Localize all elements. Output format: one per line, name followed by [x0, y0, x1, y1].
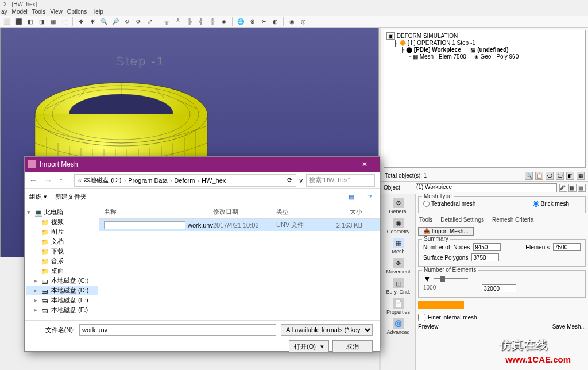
open-button[interactable]: 打开(O)▾ — [289, 340, 329, 353]
rotate-icon[interactable]: ↻ — [122, 17, 131, 26]
tab-detailed[interactable]: Detailed Settings — [439, 217, 485, 223]
tool-icon[interactable]: ◧ — [566, 172, 574, 180]
tree-node[interactable]: 📁文档 — [26, 237, 98, 246]
col-type[interactable]: 类型 — [276, 207, 322, 216]
nav-bdry[interactable]: ◫Bdry. Cnd. — [382, 277, 415, 296]
col-name[interactable]: 名称 — [104, 207, 213, 216]
tree-node[interactable]: 📁音乐 — [26, 256, 98, 266]
tree-node[interactable]: 📁图片 — [26, 227, 98, 237]
finer-mesh-checkbox[interactable] — [418, 314, 425, 321]
slider-min: 1000 — [423, 284, 436, 292]
globe-icon[interactable]: 🌐 — [236, 17, 245, 26]
tb-icon[interactable]: ◧ — [25, 17, 34, 26]
move-icon[interactable]: ✥ — [76, 17, 86, 26]
tool-icon[interactable]: ◐ — [270, 17, 280, 26]
view-icon[interactable]: ╬ — [208, 17, 217, 26]
tree-operation: ├ 🔶 [ I ] OPERATION 1 Step -1 — [386, 40, 583, 46]
select-icon[interactable]: ✱ — [88, 17, 97, 26]
forward-button[interactable]: → — [44, 176, 56, 185]
tree-node[interactable]: ▾💻此电脑 — [26, 207, 98, 217]
menu-view[interactable]: View — [50, 9, 63, 15]
tree-node[interactable]: ▸🖴本地磁盘 (E:) — [26, 295, 98, 305]
search-icon[interactable]: 🔍 — [525, 172, 533, 180]
refresh-icon[interactable]: ⟳ — [134, 17, 143, 26]
nav-geometry[interactable]: ◉Geometry — [382, 217, 415, 236]
tb-icon[interactable]: ⬜ — [2, 17, 11, 26]
new-folder-button[interactable]: 新建文件夹 — [55, 192, 87, 201]
organize-menu[interactable]: 组织 ▾ — [29, 192, 47, 201]
zoom-out-icon[interactable]: 🔎 — [111, 17, 120, 26]
tree-node[interactable]: 📁下载 — [26, 246, 98, 256]
search-input[interactable]: 搜索"HW_hex" — [306, 174, 375, 187]
menu-tools[interactable]: Tools — [32, 9, 45, 15]
save-mesh-button[interactable]: Save Mesh... — [552, 323, 586, 330]
tree-node[interactable]: ▸🖴本地磁盘 (D:) — [26, 286, 98, 295]
settings-icon[interactable]: ⚙ — [247, 17, 257, 26]
radio-brick[interactable]: Brick mesh — [533, 201, 569, 207]
tab-remesh[interactable]: Remesh Criteria — [491, 217, 535, 223]
dialog-path-bar: ← → ↑ « 本地磁盘 (D:)› Program Data› Deform›… — [25, 172, 380, 189]
tool-icon[interactable]: ◎ — [299, 17, 308, 26]
elements-input[interactable] — [482, 284, 516, 292]
zoom-in-icon[interactable]: 🔍 — [99, 17, 109, 26]
view-icon[interactable]: ╦ — [162, 17, 171, 26]
cancel-button[interactable]: 取消 — [332, 340, 373, 353]
tool-icon[interactable]: 🖵 — [556, 172, 564, 180]
format-select[interactable]: All available formats (*.key *. — [281, 324, 373, 336]
view-icon[interactable]: ╩ — [173, 17, 183, 26]
nav-movement[interactable]: ✥Movement — [382, 257, 415, 276]
nav-properties[interactable]: 📄Properties — [382, 297, 415, 316]
view-icon[interactable]: ╣ — [196, 17, 206, 26]
help-icon[interactable]: ? — [365, 192, 375, 202]
import-mesh-button[interactable]: 📥 Import Mesh... — [418, 227, 474, 236]
tool-icon[interactable]: 📋 — [535, 172, 543, 180]
preview-label[interactable]: Preview — [418, 323, 439, 330]
radio-tetrahedral[interactable]: Tetrahedral mesh — [423, 201, 475, 207]
tool-icon[interactable]: ▦ — [568, 184, 577, 192]
back-button[interactable]: ← — [29, 176, 41, 185]
view-icon[interactable]: ╠ — [185, 17, 194, 26]
tree-node[interactable]: 📁视频 — [26, 217, 98, 227]
refresh-icon[interactable]: v — [300, 177, 303, 184]
breadcrumb[interactable]: « 本地磁盘 (D:)› Program Data› Deform› HW_he… — [74, 174, 296, 187]
close-button[interactable]: ✕ — [353, 157, 376, 172]
menu-options[interactable]: Options — [67, 9, 87, 15]
nav-mesh[interactable]: ▦Mesh — [382, 237, 415, 256]
tb-icon[interactable]: ⬚ — [60, 17, 69, 26]
file-list[interactable]: 名称 修改日期 类型 大小 work.unv2017/4/21 10:02UNV… — [99, 205, 380, 320]
total-objects: Total object(s): 1 — [385, 172, 427, 179]
tool-icon[interactable]: ◉ — [287, 17, 296, 26]
menu-help[interactable]: Help — [91, 9, 103, 15]
dialog-titlebar[interactable]: Import Mesh ✕ — [25, 157, 380, 172]
orange-indicator — [418, 301, 464, 309]
fit-icon[interactable]: ⤢ — [145, 17, 154, 26]
tree-node[interactable]: ▸🖴本地磁盘 (C:) — [26, 276, 98, 286]
menu-model[interactable]: Model — [12, 9, 28, 15]
tool-icon[interactable]: ▦ — [577, 172, 585, 180]
nav-general[interactable]: ⚙General — [382, 196, 415, 215]
nav-advanced[interactable]: 🌀Advanced — [382, 317, 415, 336]
col-date[interactable]: 修改日期 — [213, 207, 276, 216]
up-button[interactable]: ↑ — [59, 176, 71, 185]
elements-slider[interactable]: ▼ — [423, 274, 581, 283]
iso-view-icon[interactable]: ◈ — [219, 17, 229, 26]
file-row[interactable]: work.unv2017/4/21 10:02UNV 文件2,163 KB — [99, 219, 380, 231]
simulation-tree[interactable]: ▣ DEFORM SIMULATION ├ 🔶 [ I ] OPERATION … — [384, 30, 586, 168]
tree-node[interactable]: ▸🖴本地磁盘 (F:) — [26, 305, 98, 315]
col-size[interactable]: 大小 — [322, 207, 362, 216]
tool-icon[interactable]: ▤ — [578, 184, 586, 192]
tree-node[interactable]: 📁桌面 — [26, 266, 98, 276]
object-select[interactable]: (1) Workpiece — [416, 183, 557, 192]
view-icon[interactable]: ▤ — [346, 192, 357, 202]
dialog-title: Import Mesh — [40, 160, 78, 168]
tb-icon[interactable]: ▦ — [48, 17, 57, 26]
menu-ay[interactable]: ay — [1, 9, 7, 15]
tool-icon[interactable]: ☀ — [259, 17, 268, 26]
tool-icon[interactable]: 🖉 — [559, 184, 567, 192]
tab-tools[interactable]: Tools — [418, 217, 434, 223]
tb-icon[interactable]: ◨ — [37, 17, 46, 26]
tool-icon[interactable]: 🖵 — [546, 172, 554, 180]
tb-icon[interactable]: ⬛ — [14, 17, 23, 26]
filename-input[interactable] — [79, 324, 276, 336]
nav-tree[interactable]: ▾💻此电脑 📁视频 📁图片 📁文档 📁下载 📁音乐 📁桌面▸🖴本地磁盘 (C:)… — [25, 205, 99, 320]
